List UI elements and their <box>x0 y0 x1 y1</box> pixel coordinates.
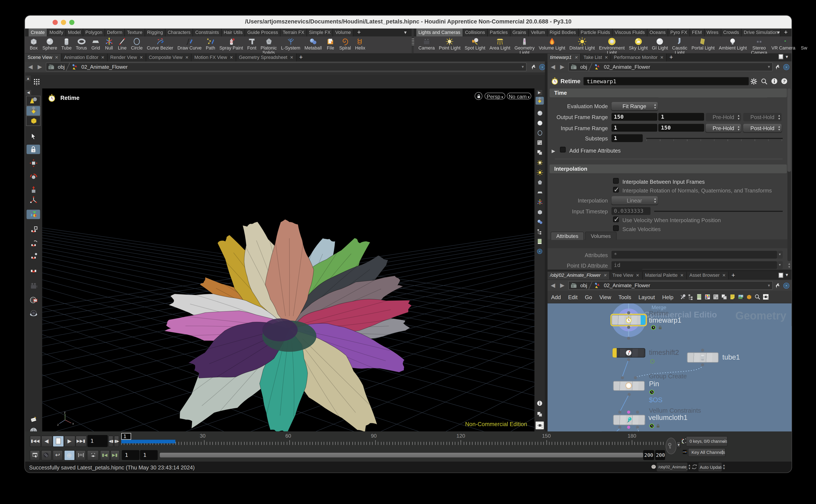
pane-menu-arrow[interactable]: ▼ <box>785 273 789 277</box>
path-root[interactable]: obj <box>58 64 65 70</box>
visibility-icon[interactable] <box>536 422 543 429</box>
visibility-icon[interactable] <box>762 293 769 300</box>
add-frame-attributes-checkbox[interactable] <box>560 147 566 153</box>
node-name-field[interactable]: timewarp1 <box>584 77 749 85</box>
snap-point-icon[interactable] <box>29 252 38 261</box>
menu-item[interactable]: Add <box>548 294 565 300</box>
stow-arrow[interactable]: ▲ <box>26 75 31 81</box>
shelf-tab[interactable]: Vellum <box>529 29 548 36</box>
auto-update-dropdown[interactable]: Auto Update <box>698 463 722 471</box>
node-vellumcloth1[interactable] <box>613 415 645 425</box>
menu-item[interactable]: Edit <box>564 294 581 300</box>
shelf-tab[interactable]: Particle Fluids <box>578 29 613 36</box>
range-end2-field[interactable]: 200 <box>655 450 665 460</box>
shelf-tab[interactable]: Drive Simulation <box>742 29 780 36</box>
asset-box-icon[interactable] <box>746 293 753 300</box>
autokey-button[interactable]: ⊕ <box>64 450 75 460</box>
select-geometry-icon[interactable] <box>29 106 38 115</box>
shelf-tab[interactable]: Modify <box>47 29 66 36</box>
menu-item[interactable]: View <box>596 294 615 300</box>
pane-tab[interactable]: Geometry Spreadsheet✕ <box>236 53 296 61</box>
visualizers-icon[interactable] <box>536 238 543 245</box>
secure-selection-icon[interactable] <box>29 145 38 153</box>
pin-icon[interactable] <box>774 63 782 70</box>
back-icon[interactable]: ◀ <box>26 63 34 71</box>
forward-icon[interactable]: ▶ <box>558 281 566 289</box>
interpolation-dropdown[interactable]: Linear▲▼ <box>611 196 657 204</box>
color-palette-icon[interactable] <box>704 293 711 300</box>
attributes-menu-arrow[interactable]: ▼ <box>777 251 783 258</box>
pane-tab[interactable]: Take List✕ <box>581 53 611 61</box>
pane-splitter-vertical[interactable] <box>545 61 547 431</box>
menu-item[interactable]: Help <box>659 294 677 300</box>
shelf-tool[interactable]: Curve Bezier <box>145 36 175 50</box>
grid-toggle-icon[interactable] <box>536 189 543 195</box>
shelf-tab[interactable]: Constraints <box>193 29 221 36</box>
pin-icon[interactable] <box>530 63 538 70</box>
shelf-tab[interactable]: Model <box>66 29 83 36</box>
shelf-tool[interactable]: Font <box>245 36 258 50</box>
handles-tool-icon[interactable] <box>29 210 38 218</box>
pane-tab[interactable]: Asset Browser✕ <box>687 272 729 280</box>
node-input-dot[interactable] <box>634 376 637 379</box>
node-output-dot[interactable] <box>701 363 704 366</box>
viewport-layout-icon[interactable] <box>536 149 543 156</box>
instances-icon[interactable] <box>536 229 543 235</box>
forward-icon[interactable]: ▶ <box>558 63 566 71</box>
shelf-tab[interactable]: Polygon <box>83 29 105 36</box>
range-start2-field[interactable]: 1 <box>140 450 158 460</box>
pose-tool-icon[interactable] <box>29 196 38 204</box>
search-icon[interactable] <box>760 77 768 85</box>
evaluation-mode-dropdown[interactable]: Fit Range▲▼ <box>611 102 657 110</box>
shelf-tab[interactable]: Guide Process <box>245 29 281 36</box>
key-button[interactable] <box>666 438 677 454</box>
shelf-tool[interactable]: Environment Light <box>597 36 627 55</box>
range-end-field[interactable]: 200 <box>643 450 654 460</box>
tab-volumes[interactable]: Volumes <box>585 232 616 240</box>
section-time[interactable]: Time <box>549 89 787 97</box>
rotate-tool-icon[interactable] <box>29 173 38 182</box>
help-icon[interactable]: ? <box>781 77 788 85</box>
notes-icon[interactable] <box>29 415 38 424</box>
pane-tab[interactable]: Motion FX View✕ <box>192 53 236 61</box>
background-image-icon[interactable] <box>737 293 744 300</box>
gallery-icon[interactable] <box>713 293 719 300</box>
lens-tool-icon[interactable] <box>29 309 38 318</box>
key-all-channels-button[interactable]: Key All Channels▲▼ <box>688 448 726 457</box>
shelf-tool[interactable]: Spiral <box>337 36 353 50</box>
shelf-tool[interactable]: File <box>324 36 337 50</box>
list-icon[interactable] <box>696 293 703 300</box>
shelf-tool[interactable]: Distant Light <box>567 36 597 50</box>
pane-tab[interactable]: timewarp1✕ <box>548 53 581 61</box>
key-menu-arrow[interactable]: ▼ <box>676 441 681 448</box>
shelf-tool[interactable]: Sphere <box>40 36 59 50</box>
stow-arrow-left[interactable]: ◀ <box>26 90 31 95</box>
retime-node-icon[interactable] <box>551 77 559 86</box>
substeps-slider[interactable] <box>646 138 783 139</box>
auto-update-stepper[interactable]: ▲▼ <box>722 464 726 470</box>
select-tool-icon[interactable] <box>29 132 38 140</box>
node-pin[interactable] <box>613 381 645 391</box>
expand-triangle[interactable]: ▶ <box>552 148 555 153</box>
windows-icon[interactable] <box>721 293 728 300</box>
node-icon[interactable] <box>71 63 79 71</box>
shelf-splitter[interactable] <box>412 38 414 45</box>
shelf-tab[interactable]: Crowds <box>721 29 742 36</box>
input-start-field[interactable]: 1 <box>611 124 657 131</box>
input-prehold-dropdown[interactable]: Pre-Hold▲▼ <box>706 124 741 132</box>
titlebar[interactable]: /Users/artjomszenevics/Documents/Houdini… <box>25 16 791 29</box>
undo-button[interactable]: ↩ <box>52 450 63 460</box>
pane-menu-arrow[interactable]: ▼ <box>785 54 789 59</box>
node-timewarp1[interactable] <box>612 315 646 325</box>
camera-tool-icon[interactable] <box>29 281 38 290</box>
shelf-tool[interactable]: Area Light <box>487 36 512 50</box>
pane-tab[interactable]: Render View✕ <box>108 53 146 61</box>
pane-maximize-icon[interactable] <box>779 54 783 59</box>
shelf-tool[interactable]: Portal Light <box>689 36 717 50</box>
shelf-tool[interactable]: GI Light <box>650 36 670 50</box>
shelf-tab[interactable]: Viscous Fluids <box>613 29 647 36</box>
shelf-tab[interactable]: Pyro FX <box>668 29 690 36</box>
shelf-tool[interactable]: Path <box>204 36 217 50</box>
shelf-tab[interactable]: Volume <box>333 29 353 36</box>
output-posthold-dropdown[interactable]: Post-Hold▲▼ <box>743 113 782 121</box>
